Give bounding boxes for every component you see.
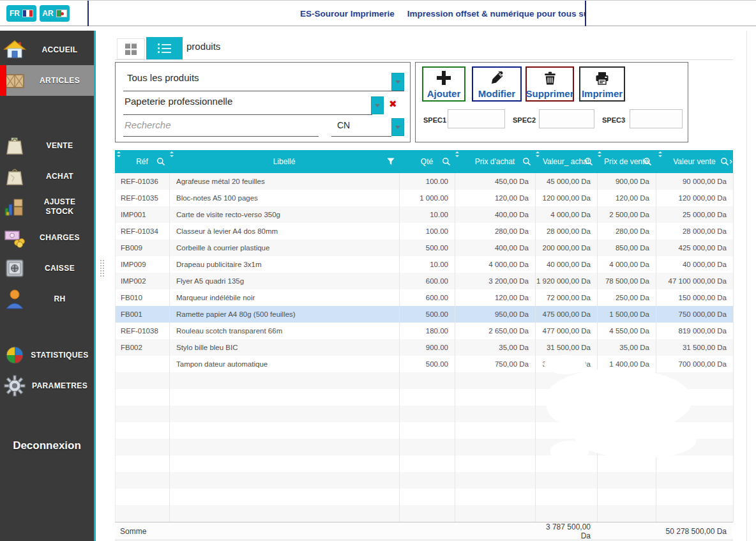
- sidebar-item-caisse[interactable]: CAISSE: [0, 253, 94, 284]
- cell: [400, 455, 455, 472]
- table-summary-row: Somme3 787 500,00 Da50 278 500,00 Da: [115, 522, 733, 539]
- column-header-qte[interactable]: Qté: [399, 150, 455, 173]
- column-header-valeur-vente[interactable]: Valeur vente›: [656, 150, 733, 173]
- pencil-icon: [490, 68, 504, 88]
- language-fr-button[interactable]: FR: [6, 5, 36, 22]
- table-row[interactable]: FB002Stylo bille bleu BIC900.0035,00 Da3…: [116, 339, 733, 356]
- search-icon[interactable]: [156, 157, 165, 168]
- cell: 400,00 Da: [455, 240, 536, 256]
- table-row[interactable]: REF-01038Rouleau scotch transparent 66m1…: [116, 323, 733, 339]
- cell: IMP002: [116, 273, 170, 289]
- cell: REF-01036: [116, 173, 170, 190]
- sidebar-item-parametres[interactable]: PARAMETRES: [0, 370, 94, 401]
- column-header-prix-achat[interactable]: Prix d'achat: [455, 150, 535, 173]
- cell: 500.00: [400, 306, 455, 323]
- add-button[interactable]: Ajouter: [422, 66, 465, 102]
- print-button[interactable]: Imprimer: [579, 66, 625, 102]
- filter-funnel-icon[interactable]: [386, 157, 395, 168]
- cell: IMP001: [116, 206, 170, 223]
- table-row[interactable]: IMP002Flyer A5 quadri 135g600.003 200,00…: [116, 273, 733, 289]
- cell: [455, 505, 536, 522]
- table-row[interactable]: REF-01035Bloc-notes A5 100 pages1 000.00…: [116, 190, 733, 206]
- column-header-prix-vente[interactable]: Prix de vente: [597, 150, 656, 173]
- category-dropdown[interactable]: Tous les produits: [127, 72, 199, 83]
- cell: [170, 372, 400, 389]
- cell: [455, 472, 536, 489]
- cell: [116, 372, 170, 389]
- table-row[interactable]: FB009Corbeille à courrier plastique500.0…: [116, 240, 733, 256]
- cell: 750,00 Da: [455, 356, 536, 372]
- spec2-input[interactable]: [539, 109, 594, 128]
- sidebar-item-accueil[interactable]: ACCUEIL: [0, 34, 94, 65]
- header-divider-right: [585, 1, 586, 26]
- search-icon[interactable]: [643, 157, 652, 168]
- spec1-label: SPEC1: [423, 116, 446, 124]
- column-header-valeur-achat[interactable]: Valeur_ achat: [535, 150, 597, 173]
- search-mode-dropdown-button[interactable]: [391, 118, 404, 136]
- search-icon[interactable]: [522, 157, 531, 168]
- cell: 2 500,00 Da: [598, 206, 656, 223]
- cell: [170, 406, 400, 422]
- table-row[interactable]: IMP001Carte de visite recto-verso 350g10…: [116, 206, 733, 223]
- cell: [170, 389, 400, 406]
- logout-button[interactable]: Deconnexion: [0, 439, 94, 452]
- table-row[interactable]: REF-01034Classeur à levier A4 dos 80mm10…: [116, 223, 733, 240]
- cell: 2 650,00 Da: [455, 323, 536, 339]
- cell: REF-01038: [116, 323, 170, 339]
- cell: [116, 389, 170, 406]
- splitter-handle[interactable]: [100, 259, 105, 277]
- cell: Rouleau scotch transparent 66m: [170, 323, 400, 339]
- sidebar-item-rh[interactable]: RH: [0, 284, 94, 314]
- tab-list-view-active[interactable]: [146, 37, 183, 59]
- cell: 4 000,00 Da: [455, 256, 536, 273]
- table-row[interactable]: IMP009Drapeau publicitaire 3x1m10.004 00…: [116, 256, 733, 273]
- column-header-label: Libellé: [273, 157, 296, 166]
- language-ar-button[interactable]: AR: [40, 5, 70, 22]
- search-mode-dropdown[interactable]: CN: [337, 120, 350, 130]
- search-icon[interactable]: [442, 157, 451, 168]
- tab-grid-view[interactable]: [117, 38, 145, 59]
- edit-button[interactable]: Modifier: [472, 66, 522, 102]
- table-row[interactable]: REF-01036Agrafeuse métal 20 feuilles100.…: [116, 173, 733, 190]
- cell: Bloc-notes A5 100 pages: [170, 190, 400, 206]
- cell: Marqueur indélébile noir: [170, 289, 400, 306]
- column-header-libelle[interactable]: Libellé: [169, 150, 399, 173]
- cell: FB009: [116, 240, 170, 256]
- cell: 10.00: [400, 256, 455, 273]
- sidebar-item-vente[interactable]: VENTE: [0, 130, 94, 161]
- cell: 200 000,00 Da: [536, 240, 598, 256]
- algeria-flag-icon: [56, 10, 67, 17]
- column-header-ref[interactable]: Réf: [115, 150, 169, 173]
- table-row[interactable]: FB010Marqueur indélébile noir600.00120,0…: [116, 289, 733, 306]
- cell: [598, 472, 656, 489]
- cell: 150 000,00 Da: [656, 289, 734, 306]
- cell: [455, 406, 536, 422]
- table-row-selected[interactable]: FB001Ramette papier A4 80g (500 feuilles…: [116, 306, 733, 323]
- summary-label: Somme: [115, 527, 169, 536]
- cell: 120,00 Da: [598, 190, 656, 206]
- person-icon: [0, 287, 29, 310]
- sidebar-item-ajuste-stock[interactable]: AJUSTE STOCK: [0, 192, 94, 222]
- cell: FB010: [116, 289, 170, 306]
- search-icon[interactable]: [584, 157, 593, 168]
- search-input[interactable]: [123, 119, 321, 131]
- spec3-input[interactable]: [630, 109, 683, 128]
- sidebar-item-articles[interactable]: ARTICLES: [0, 65, 94, 96]
- clear-filter-icon[interactable]: ✖: [389, 98, 397, 110]
- category-dropdown-button[interactable]: [391, 73, 404, 91]
- sidebar-item-statistiques[interactable]: STATISTIQUES: [0, 340, 94, 370]
- subcategory-dropdown[interactable]: Papeterie professionnelle: [125, 96, 232, 107]
- delete-button[interactable]: Supprimer: [525, 66, 574, 102]
- subcategory-dropdown-button[interactable]: [371, 96, 384, 114]
- spec1-input[interactable]: [448, 109, 505, 128]
- app-title: ES-Sourour Imprimerie: [300, 9, 395, 19]
- sidebar-item-achat[interactable]: ACHAT: [0, 161, 94, 192]
- search-icon[interactable]: [720, 157, 729, 168]
- cell: 250,00 Da: [598, 289, 656, 306]
- cell: [656, 472, 734, 489]
- cell: 28 000,00 Da: [656, 223, 734, 240]
- scroll-right-icon[interactable]: ›: [729, 155, 732, 166]
- cell: [598, 489, 656, 505]
- sidebar-item-charges[interactable]: CHARGES: [0, 222, 94, 253]
- cell: [455, 439, 536, 455]
